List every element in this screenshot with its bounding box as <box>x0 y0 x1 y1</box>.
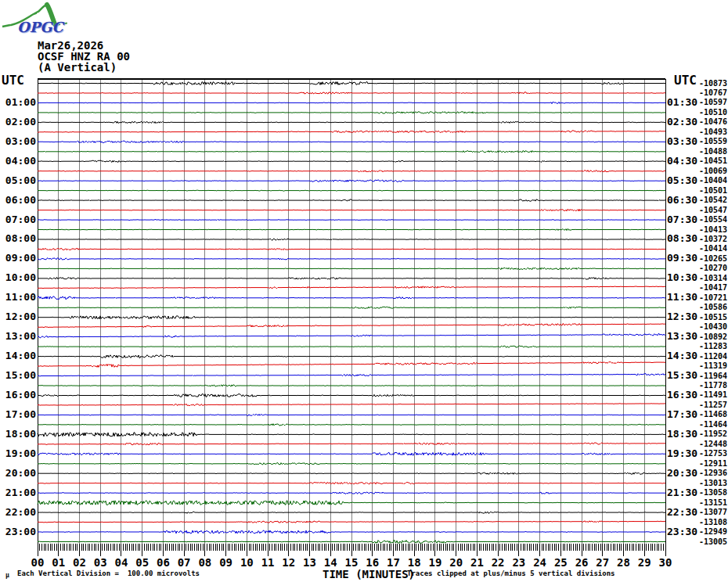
trace-offset-value: -11257 <box>698 401 727 410</box>
trace-end-time-label: 14:30 <box>667 350 697 361</box>
trace-end-time-label: 21:30 <box>667 487 697 498</box>
trace-offset-value: -10493 <box>698 128 727 137</box>
seismic-trace-0700 <box>38 220 665 221</box>
trace-offset-value: -11952 <box>698 429 727 439</box>
trace-offset-value: -10554 <box>698 215 727 225</box>
trace-offset-value: -10892 <box>698 332 727 342</box>
trace-end-time-label: 08:30 <box>667 233 697 244</box>
trace-offset-value: -10542 <box>698 196 727 205</box>
trace-offset-value: -10430 <box>698 322 727 332</box>
trace-offset-value: -10559 <box>698 137 727 146</box>
trace-start-time-label: 07:00 <box>0 214 36 225</box>
trace-offset-value: -10501 <box>698 186 727 196</box>
micro-mark: μ <box>5 572 9 579</box>
trace-start-time-label: 03:00 <box>0 136 36 147</box>
trace-end-time-label: 05:30 <box>667 175 697 186</box>
trace-start-time-label: 05:00 <box>0 175 36 186</box>
trace-end-time-label: 18:30 <box>667 429 697 440</box>
minute-tick-label: 30 <box>652 557 679 568</box>
trace-offset-value: -12448 <box>698 440 727 449</box>
trace-start-time-label: 10:00 <box>0 272 36 283</box>
trace-offset-value: -10873 <box>698 79 727 88</box>
trace-start-time-label: 02:00 <box>0 117 36 128</box>
trace-end-time-label: 10:30 <box>667 272 697 283</box>
trace-offset-value: -10413 <box>698 225 727 235</box>
vertical-scale-note: Each Vertical Division = 100.00 microvol… <box>17 569 200 577</box>
trace-offset-value: -10721 <box>698 293 727 303</box>
trace-offset-value: -11204 <box>698 352 727 361</box>
trace-offset-value: -10488 <box>698 147 727 156</box>
trace-offset-value: -13058 <box>698 488 727 498</box>
trace-start-time-label: 09:00 <box>0 253 36 264</box>
trace-end-time-label: 01:30 <box>667 97 697 108</box>
trace-offset-value: -12949 <box>698 527 727 537</box>
trace-offset-value: -10265 <box>698 254 727 264</box>
trace-offset-value: -11964 <box>698 372 727 381</box>
trace-offset-value: -11283 <box>698 342 727 351</box>
trace-offset-value: -12936 <box>698 469 727 478</box>
trace-offset-value: -10414 <box>698 244 727 253</box>
trace-end-time-label: 12:30 <box>667 311 697 322</box>
trace-end-time-label: 22:30 <box>667 507 697 518</box>
trace-end-time-label: 17:30 <box>667 409 697 420</box>
trace-end-time-label: 13:30 <box>667 331 697 342</box>
trace-offset-value: -13077 <box>698 508 727 517</box>
trace-end-time-label: 02:30 <box>667 117 697 128</box>
trace-end-time-label: 03:30 <box>667 136 697 147</box>
trace-end-time-label: 11:30 <box>667 292 697 303</box>
trace-start-time-label: 13:00 <box>0 331 36 342</box>
trace-offset-value: -10069 <box>698 167 727 176</box>
trace-offset-value: -13005 <box>698 537 727 547</box>
trace-start-time-label: 14:00 <box>0 350 36 361</box>
trace-end-time-label: 15:30 <box>667 370 697 381</box>
trace-offset-value: -10547 <box>698 206 727 215</box>
helicorder-plot <box>0 0 728 582</box>
trace-offset-value: -13108 <box>698 518 727 527</box>
trace-start-time-label: 16:00 <box>0 390 36 401</box>
trace-offset-value: -10404 <box>698 176 727 185</box>
trace-start-time-label: 12:00 <box>0 311 36 322</box>
trace-end-time-label: 04:30 <box>667 156 697 167</box>
trace-start-time-label: 01:00 <box>0 97 36 108</box>
trace-offset-value: -11464 <box>698 420 727 429</box>
trace-offset-value: -12753 <box>698 449 727 458</box>
trace-end-time-label: 20:30 <box>667 468 697 479</box>
trace-offset-value: -10586 <box>698 303 727 312</box>
trace-offset-value: -10451 <box>698 156 727 166</box>
trace-end-time-label: 06:30 <box>667 195 697 206</box>
trace-start-time-label: 20:00 <box>0 468 36 479</box>
trace-offset-value: -10515 <box>698 313 727 322</box>
trace-offset-value: -10476 <box>698 117 727 127</box>
clipping-note: Traces clipped at plus/minus 5 vertical … <box>407 569 615 577</box>
trace-offset-value: -11778 <box>698 381 727 390</box>
x-axis-label: TIME (MINUTES) <box>323 568 415 580</box>
trace-offset-value: -12911 <box>698 459 727 469</box>
trace-offset-value: -10510 <box>698 108 727 117</box>
trace-offset-value: -10597 <box>698 98 727 107</box>
trace-offset-value: -13013 <box>698 479 727 488</box>
trace-start-time-label: 06:00 <box>0 195 36 206</box>
helicorder-page: OPGC Mar26,2026 OCSF HNZ RA 00 (A Vertic… <box>0 0 728 582</box>
trace-start-time-label: 19:00 <box>0 448 36 459</box>
trace-offset-value: -10417 <box>698 283 727 293</box>
trace-offset-value: -11319 <box>698 361 727 371</box>
trace-start-time-label: 22:00 <box>0 507 36 518</box>
trace-start-time-label: 15:00 <box>0 370 36 381</box>
trace-offset-value: -10314 <box>698 274 727 283</box>
seismic-trace-0530 <box>38 190 665 191</box>
trace-offset-value: -10372 <box>698 235 727 244</box>
trace-start-time-label: 04:00 <box>0 156 36 167</box>
trace-start-time-label: 23:00 <box>0 526 36 537</box>
trace-offset-value: -10767 <box>698 88 727 98</box>
trace-offset-value: -11468 <box>698 410 727 419</box>
trace-start-time-label: 21:00 <box>0 487 36 498</box>
trace-end-time-label: 16:30 <box>667 390 697 401</box>
trace-offset-value: -11491 <box>698 390 727 400</box>
trace-start-time-label: 17:00 <box>0 409 36 420</box>
trace-start-time-label: 08:00 <box>0 233 36 244</box>
trace-start-time-label: 18:00 <box>0 429 36 440</box>
trace-end-time-label: 09:30 <box>667 253 697 264</box>
trace-end-time-label: 19:30 <box>667 448 697 459</box>
trace-offset-value: -10270 <box>698 264 727 273</box>
trace-end-time-label: 23:30 <box>667 526 697 537</box>
